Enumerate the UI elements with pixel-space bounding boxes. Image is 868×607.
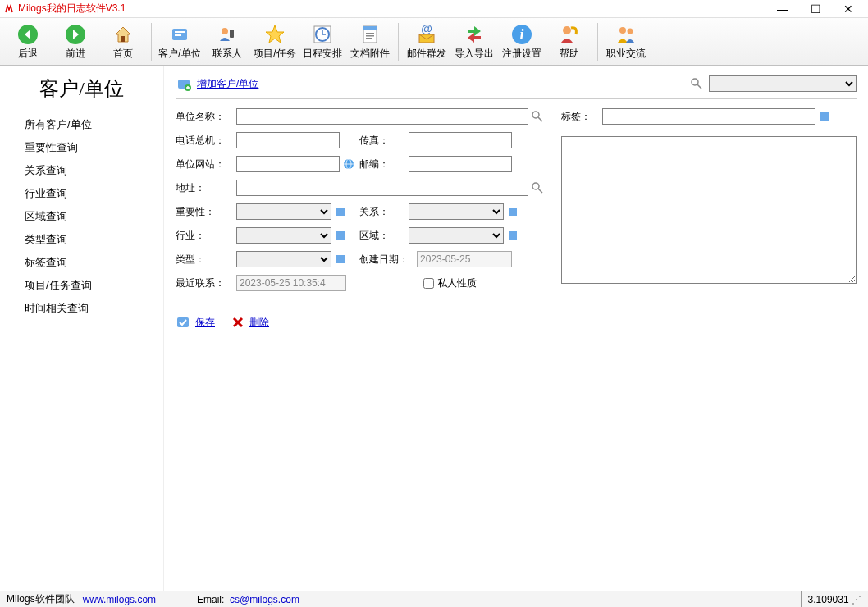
project-label: 项目/任务 — [254, 47, 295, 61]
edit-icon[interactable] — [333, 228, 348, 243]
svg-rect-13 — [366, 35, 374, 37]
client-button[interactable]: 客户/单位 — [157, 21, 203, 63]
globe-icon[interactable] — [341, 157, 356, 171]
contact-button[interactable]: 联系人 — [204, 21, 250, 63]
postcode-input[interactable] — [409, 156, 512, 172]
forward-button[interactable]: 前进 — [53, 21, 98, 63]
relation-select[interactable] — [409, 203, 504, 220]
svg-rect-12 — [366, 33, 374, 34]
add-icon — [176, 75, 192, 92]
help-label: 帮助 — [560, 47, 579, 61]
delete-link[interactable]: 删除 — [249, 316, 269, 330]
last-contact-label: 最近联系： — [176, 276, 236, 290]
sidebar-item-project[interactable]: 项目/任务查询 — [25, 274, 152, 297]
notes-textarea[interactable] — [561, 136, 857, 284]
area-select[interactable] — [409, 227, 504, 244]
website-input[interactable] — [236, 156, 340, 172]
fax-input[interactable] — [409, 132, 512, 148]
svg-rect-35 — [820, 112, 829, 121]
create-date-field — [417, 251, 512, 267]
content-area: 客户/单位 所有客户/单位 重要性查询 关系查询 行业查询 区域查询 类型查询 … — [0, 66, 868, 591]
sidebar-item-industry[interactable]: 行业查询 — [25, 182, 152, 205]
address-label: 地址： — [176, 181, 236, 195]
project-button[interactable]: 项目/任务 — [252, 21, 298, 63]
add-client-link-group: 增加客户/单位 — [176, 75, 258, 92]
svg-rect-4 — [175, 31, 185, 33]
star-icon — [263, 22, 287, 47]
svg-rect-34 — [177, 317, 189, 327]
toolbar-separator — [597, 23, 598, 61]
status-email[interactable]: cs@milogs.com — [230, 594, 299, 605]
tag-input[interactable] — [602, 108, 815, 125]
unit-name-input[interactable] — [236, 108, 528, 125]
resize-grip-icon[interactable]: ⋰ — [852, 594, 861, 605]
sidebar-item-tag[interactable]: 标签查询 — [25, 251, 152, 274]
home-button[interactable]: 首页 — [100, 21, 146, 63]
help-button[interactable]: 帮助 — [546, 21, 592, 63]
svg-rect-30 — [509, 208, 517, 216]
toolbar-separator — [151, 23, 152, 61]
social-button[interactable]: 职业交流 — [603, 21, 649, 63]
sidebar-item-type[interactable]: 类型查询 — [25, 228, 152, 251]
sidebar-item-time[interactable]: 时间相关查询 — [25, 297, 152, 320]
save-link[interactable]: 保存 — [195, 316, 215, 330]
importance-label: 重要性： — [176, 205, 236, 219]
status-url[interactable]: www.milogs.com — [83, 594, 156, 605]
search-icon[interactable] — [530, 180, 545, 195]
people-icon — [614, 22, 638, 47]
sidebar-item-all[interactable]: 所有客户/单位 — [25, 113, 152, 136]
status-email-label: Email: — [197, 594, 224, 605]
minimize-button[interactable]: — — [766, 1, 799, 17]
type-select[interactable] — [236, 251, 331, 267]
maximize-button[interactable]: ☐ — [799, 1, 832, 17]
back-icon — [16, 22, 40, 47]
importance-select[interactable] — [236, 203, 331, 220]
edit-icon[interactable] — [333, 204, 348, 219]
svg-rect-2 — [121, 36, 125, 42]
search-select[interactable] — [709, 75, 857, 92]
svg-rect-7 — [230, 30, 234, 38]
industry-select[interactable] — [236, 227, 331, 244]
postcode-label: 邮编： — [359, 157, 409, 171]
delete-icon — [231, 316, 244, 329]
contact-label: 联系人 — [212, 47, 242, 61]
edit-icon[interactable] — [505, 204, 520, 219]
edit-icon[interactable] — [333, 252, 348, 267]
sidebar-item-relation[interactable]: 关系查询 — [25, 159, 152, 182]
search-icon[interactable] — [689, 76, 704, 91]
sidebar-item-importance[interactable]: 重要性查询 — [25, 136, 152, 159]
svg-rect-31 — [336, 231, 345, 240]
type-label: 类型： — [176, 253, 236, 267]
register-button[interactable]: i 注册设置 — [499, 21, 545, 63]
mail-icon: @ — [414, 22, 439, 47]
edit-icon[interactable] — [817, 109, 832, 124]
schedule-label: 日程安排 — [303, 47, 342, 61]
add-client-link[interactable]: 增加客户/单位 — [197, 77, 258, 91]
private-checkbox[interactable] — [423, 278, 434, 289]
schedule-button[interactable]: 日程安排 — [299, 21, 345, 63]
client-label: 客户/单位 — [158, 47, 200, 61]
sidebar-item-area[interactable]: 区域查询 — [25, 205, 152, 228]
create-date-label: 创建日期： — [359, 253, 417, 267]
svg-point-6 — [222, 28, 228, 34]
mail-button[interactable]: @ 邮件群发 — [404, 21, 450, 63]
phone-input[interactable] — [236, 132, 340, 148]
svg-rect-14 — [366, 38, 372, 39]
main-toolbar: 后退 前进 首页 客户/单位 联系人 项目/任务 日程安排 文档附件 @ 邮件群… — [0, 18, 868, 66]
mail-label: 邮件群发 — [407, 47, 446, 61]
importexport-button[interactable]: 导入导出 — [451, 21, 497, 63]
docs-label: 文档附件 — [350, 47, 390, 61]
back-button[interactable]: 后退 — [5, 21, 51, 63]
svg-point-20 — [619, 27, 626, 34]
help-icon — [557, 22, 582, 47]
docs-button[interactable]: 文档附件 — [347, 21, 393, 63]
close-button[interactable]: ✕ — [832, 1, 865, 17]
website-label: 单位网站： — [176, 157, 236, 171]
svg-text:@: @ — [421, 23, 432, 35]
svg-point-25 — [532, 112, 539, 118]
address-input[interactable] — [236, 180, 528, 196]
svg-text:i: i — [519, 26, 523, 43]
svg-rect-11 — [363, 26, 377, 30]
search-icon[interactable] — [530, 109, 545, 124]
edit-icon[interactable] — [505, 228, 520, 243]
